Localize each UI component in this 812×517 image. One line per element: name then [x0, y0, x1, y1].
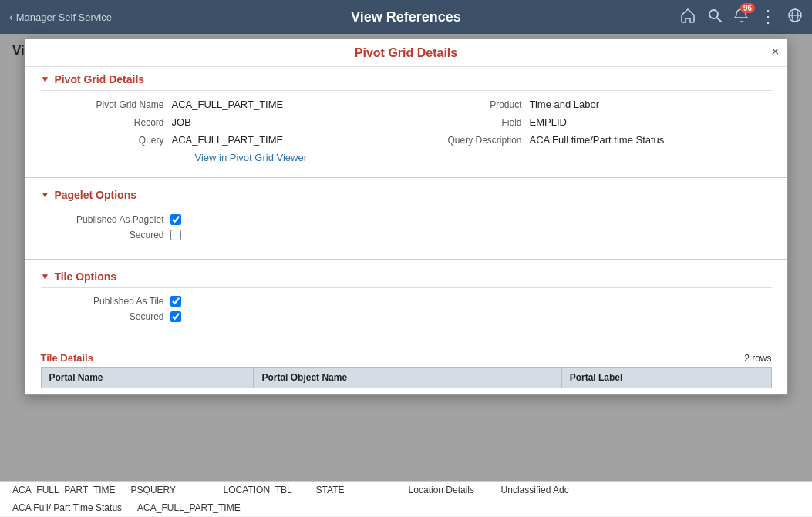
tile-secured-label: Secured: [72, 311, 164, 322]
tile-secured-checkbox[interactable]: [170, 311, 181, 322]
published-as-pagelet-checkbox[interactable]: [170, 214, 181, 225]
field-row: Field EMPLID: [430, 116, 772, 128]
bottom-row1-cell2: PSQUERY: [131, 485, 208, 495]
nav-title: View References: [351, 9, 461, 25]
pivot-grid-form-grid: Pivot Grid Name ACA_FULL_PART_TIME Produ…: [41, 99, 772, 146]
query-desc-value: ACA Full time/Part time Status: [530, 134, 665, 146]
col-portal-label: Portal Label: [561, 368, 771, 388]
product-value: Time and Labor: [530, 99, 600, 110]
notification-badge: 96: [740, 3, 755, 13]
view-pivot-grid-link[interactable]: View in Pivot Grid Viewer: [195, 152, 307, 163]
svg-point-0: [709, 10, 718, 18]
published-as-tile-label: Published As Tile: [72, 296, 164, 307]
query-desc-label: Query Description: [430, 135, 522, 146]
pagelet-options-section: ▼ Pagelet Options Published As Pagelet S…: [25, 183, 787, 254]
pivot-grid-name-label: Pivot Grid Name: [72, 99, 164, 110]
pagelet-secured-label: Secured: [72, 230, 164, 240]
tile-options-section: ▼ Tile Options Published As Tile Secured: [25, 264, 787, 336]
bottom-rows: ACA_FULL_PART_TIME PSQUERY LOCATION_TBL …: [0, 481, 812, 517]
modal-title: Pivot Grid Details: [355, 46, 457, 60]
bottom-row1-cell3: LOCATION_TBL: [224, 485, 301, 495]
pivot-grid-name-value: ACA_FULL_PART_TIME: [172, 99, 284, 110]
modal-header: Pivot Grid Details ×: [25, 39, 787, 67]
col-portal-name: Portal Name: [41, 368, 254, 388]
tile-secured-row: Secured: [41, 311, 772, 322]
pivot-grid-section-title: Pivot Grid Details: [54, 73, 144, 86]
tile-details-header-row: Tile Details 2 rows: [41, 352, 772, 364]
top-nav-bar: ‹ Manager Self Service View References 9…: [0, 0, 812, 34]
pivot-grid-name-row: Pivot Grid Name ACA_FULL_PART_TIME: [72, 99, 414, 110]
modal-dialog: Pivot Grid Details × ▼ Pivot Grid Detail…: [25, 38, 788, 395]
modal-body: ▼ Pivot Grid Details Pivot Grid Name ACA…: [25, 67, 787, 394]
bottom-row-1: ACA_FULL_PART_TIME PSQUERY LOCATION_TBL …: [0, 482, 812, 499]
record-row: Record JOB: [72, 116, 414, 128]
record-label: Record: [72, 117, 164, 128]
tile-details-table: Portal Name Portal Object Name Portal La…: [41, 367, 772, 388]
pagelet-toggle-icon[interactable]: ▼: [41, 190, 50, 200]
query-label: Query: [72, 135, 164, 146]
back-label: Manager Self Service: [16, 12, 112, 23]
query-row: Query ACA_FULL_PART_TIME: [72, 134, 414, 146]
published-as-tile-row: Published As Tile: [41, 296, 772, 307]
back-arrow-icon: ‹: [9, 11, 13, 23]
bottom-row1-cell6: Unclassified Adc: [501, 485, 578, 495]
nav-icons: 96 ⋮: [679, 7, 803, 28]
bottom-row2-cell1: ACA Full/ Part Time Status: [12, 502, 122, 513]
bottom-row1-cell4: STATE: [316, 485, 393, 495]
published-as-pagelet-row: Published As Pagelet: [41, 214, 772, 225]
field-value: EMPLID: [530, 116, 567, 128]
field-label: Field: [430, 117, 522, 128]
svg-line-1: [717, 18, 721, 22]
more-icon[interactable]: ⋮: [760, 7, 777, 27]
bottom-row2-cell2: ACA_FULL_PART_TIME: [137, 502, 241, 513]
tile-toggle-icon[interactable]: ▼: [41, 271, 50, 282]
published-as-tile-checkbox[interactable]: [170, 296, 181, 307]
bottom-row1-cell5: Location Details: [409, 485, 486, 495]
pivot-grid-details-section: ▼ Pivot Grid Details Pivot Grid Name ACA…: [25, 67, 787, 173]
table-header-row: Portal Name Portal Object Name Portal La…: [41, 368, 771, 388]
tile-details-label: Tile Details: [41, 352, 93, 364]
globe-icon[interactable]: [787, 8, 803, 27]
tile-section-header: ▼ Tile Options: [41, 270, 772, 288]
notifications-icon[interactable]: 96: [733, 8, 749, 27]
modal-close-button[interactable]: ×: [771, 45, 780, 59]
modal-backdrop: Pivot Grid Details × ▼ Pivot Grid Detail…: [0, 34, 812, 517]
page-area: View References Pivot Grid Details × ▼ P…: [0, 34, 812, 517]
tile-details-section: Tile Details 2 rows Portal Name Portal O…: [25, 346, 787, 394]
back-navigation[interactable]: ‹ Manager Self Service: [9, 11, 112, 23]
pagelet-section-header: ▼ Pagelet Options: [41, 189, 772, 206]
search-icon[interactable]: [707, 8, 723, 27]
bottom-row1-cell1: ACA_FULL_PART_TIME: [12, 485, 116, 495]
query-value: ACA_FULL_PART_TIME: [172, 134, 284, 146]
pagelet-secured-checkbox[interactable]: [170, 230, 181, 240]
pagelet-secured-row: Secured: [41, 230, 772, 240]
pivot-grid-section-header: ▼ Pivot Grid Details: [41, 73, 772, 91]
view-link-row: View in Pivot Grid Viewer: [41, 152, 772, 163]
pagelet-section-title: Pagelet Options: [54, 189, 136, 201]
home-icon[interactable]: [679, 7, 696, 28]
published-as-pagelet-label: Published As Pagelet: [72, 214, 164, 225]
col-portal-object-name: Portal Object Name: [254, 368, 561, 388]
bottom-row-2: ACA Full/ Part Time Status ACA_FULL_PART…: [0, 499, 812, 517]
pivot-grid-toggle-icon[interactable]: ▼: [41, 74, 50, 85]
tile-section-title: Tile Options: [54, 270, 116, 283]
product-row: Product Time and Labor: [430, 99, 772, 110]
record-value: JOB: [172, 116, 191, 128]
tile-details-row-count: 2 rows: [744, 353, 771, 364]
query-desc-row: Query Description ACA Full time/Part tim…: [430, 134, 772, 146]
product-label: Product: [430, 99, 522, 110]
